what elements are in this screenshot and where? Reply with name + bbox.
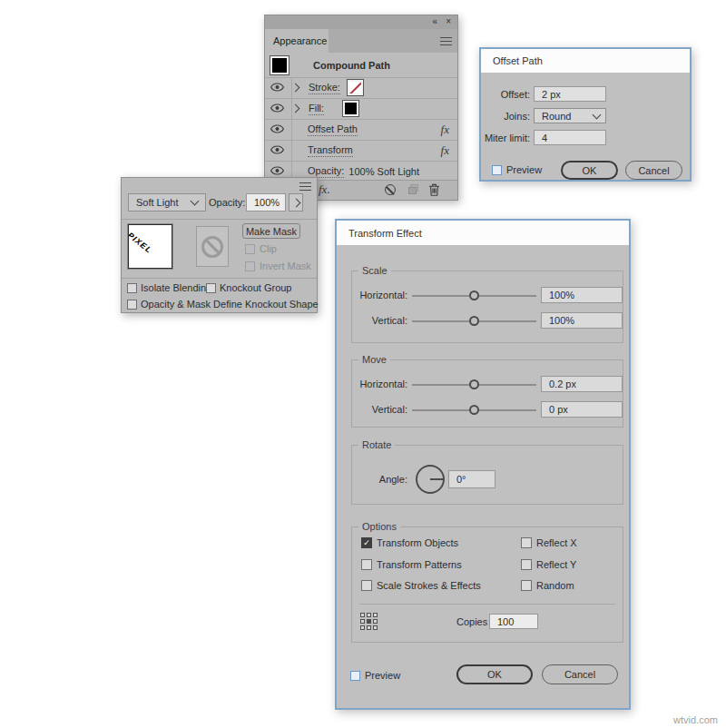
row-compound-path[interactable]: Compound Path (265, 53, 457, 78)
reflect-x-checkbox[interactable] (521, 537, 532, 548)
row-offset-path-effect[interactable]: Offset Path fx (265, 119, 457, 141)
offset-input[interactable] (534, 86, 606, 102)
scale-vertical-slider[interactable] (412, 320, 536, 322)
isolate-blending-checkbox[interactable] (127, 283, 137, 293)
visibility-eye-icon[interactable] (270, 103, 284, 114)
preview-label: Preview (365, 670, 400, 681)
slider-knob[interactable] (469, 405, 479, 415)
move-vertical-input[interactable] (541, 401, 623, 418)
options-group: Options Transform Objects Transform Patt… (351, 526, 623, 643)
scale-group-title: Scale (358, 265, 391, 276)
duplicate-item-icon[interactable] (407, 184, 419, 197)
opacity-link-label[interactable]: Opacity: (308, 165, 344, 178)
angle-dial[interactable] (416, 465, 445, 494)
clip-checkbox[interactable] (245, 244, 255, 254)
slider-knob[interactable] (469, 379, 479, 389)
ok-label: OK (487, 669, 502, 680)
close-panel-icon[interactable]: × (446, 16, 451, 26)
delete-trash-icon[interactable] (428, 183, 440, 198)
opacity-mask-knockout-label: Opacity & Mask Define Knockout Shape (141, 299, 319, 310)
preview-label: Preview (506, 164, 542, 175)
joins-dropdown[interactable]: Round (534, 108, 606, 123)
slider-knob[interactable] (469, 290, 479, 300)
scale-horizontal-input[interactable] (541, 287, 623, 303)
stroke-none-swatch[interactable] (348, 80, 363, 95)
cancel-label: Cancel (638, 165, 669, 176)
opacity-input[interactable] (246, 193, 286, 212)
slider-knob[interactable] (469, 316, 479, 326)
visibility-eye-icon[interactable] (270, 124, 284, 135)
visibility-eye-icon[interactable] (270, 83, 284, 93)
offset-path-titlebar[interactable]: Offset Path (481, 49, 690, 73)
expand-chevron-icon[interactable] (291, 84, 300, 93)
transform-objects-label: Transform Objects (377, 537, 458, 548)
scale-vertical-label: Vertical: (352, 315, 407, 326)
divider (359, 604, 615, 605)
knockout-group-checkbox[interactable] (206, 283, 216, 293)
offset-path-effect-label[interactable]: Offset Path (308, 123, 358, 136)
move-group: Move Horizontal: Vertical: (351, 359, 623, 428)
opacity-mask-knockout-checkbox[interactable] (127, 300, 137, 310)
transform-patterns-checkbox[interactable] (361, 559, 372, 570)
cancel-button[interactable]: Cancel (542, 664, 618, 684)
joins-label: Joins: (481, 111, 530, 122)
transform-effect-label[interactable]: Transform (308, 144, 353, 157)
object-thumbnail[interactable]: PIXEL (128, 224, 172, 269)
scale-vertical-input[interactable] (541, 312, 623, 329)
transparency-panel: Soft Light Opacity: PIXEL Make Mask Clip… (121, 177, 318, 313)
invert-mask-label: Invert Mask (260, 261, 311, 271)
visibility-eye-icon[interactable] (270, 166, 284, 177)
copies-input[interactable] (489, 614, 538, 629)
mask-thumbnail-empty[interactable] (196, 226, 229, 267)
angle-input[interactable] (448, 470, 495, 488)
fx-effect-icon[interactable]: fx (441, 143, 449, 158)
clip-label: Clip (260, 243, 277, 254)
ok-button[interactable]: OK (561, 161, 618, 180)
reflect-y-label: Reflect Y (536, 559, 576, 570)
preview-checkbox[interactable] (350, 671, 360, 681)
visibility-eye-icon[interactable] (270, 145, 284, 156)
add-new-effect-icon[interactable]: fx. (319, 182, 330, 197)
ok-button[interactable]: OK (456, 664, 533, 684)
move-horizontal-input[interactable] (541, 376, 623, 392)
transform-objects-checkbox[interactable] (361, 537, 372, 548)
move-horizontal-slider[interactable] (412, 384, 536, 386)
clear-appearance-icon[interactable] (385, 184, 396, 195)
scale-horizontal-slider[interactable] (412, 295, 536, 297)
row-fill[interactable]: Fill: (265, 98, 457, 120)
canvas: « × Appearance Compound Path (0, 0, 726, 728)
random-checkbox[interactable] (521, 580, 532, 591)
row-transform-effect[interactable]: Transform fx (265, 140, 457, 162)
tab-appearance[interactable]: Appearance (265, 29, 329, 53)
transform-effect-titlebar[interactable]: Transform Effect (337, 221, 629, 245)
expand-chevron-icon[interactable] (291, 104, 300, 113)
stroke-label[interactable]: Stroke: (309, 82, 340, 94)
watermark-text: wtvid.com (673, 714, 718, 725)
panel-menu-icon[interactable] (299, 182, 311, 191)
reflect-y-checkbox[interactable] (521, 559, 532, 570)
preview-checkbox[interactable] (492, 165, 502, 175)
options-group-title: Options (358, 521, 400, 532)
panel-menu-icon[interactable] (440, 37, 452, 45)
collapse-panel-icon[interactable]: « (432, 16, 437, 26)
blend-mode-dropdown[interactable]: Soft Light (128, 193, 206, 212)
scale-strokes-effects-checkbox[interactable] (361, 580, 372, 591)
row-stroke[interactable]: Stroke: (265, 77, 457, 99)
opacity-stepper-button[interactable] (289, 193, 303, 212)
make-mask-button[interactable]: Make Mask (242, 223, 300, 239)
fx-effect-icon[interactable]: fx (441, 123, 449, 137)
divider (122, 219, 317, 220)
tab-appearance-label: Appearance (273, 35, 327, 46)
compound-path-swatch[interactable] (270, 56, 289, 74)
reference-point-locator[interactable] (360, 613, 378, 630)
fill-label[interactable]: Fill: (309, 103, 324, 115)
miter-limit-input[interactable] (534, 130, 606, 145)
move-vertical-slider[interactable] (412, 409, 536, 411)
ok-label: OK (583, 165, 597, 176)
invert-mask-checkbox[interactable] (245, 261, 255, 271)
divider (122, 278, 317, 279)
rotate-group-title: Rotate (358, 439, 395, 450)
appearance-tab-bar: Appearance (265, 29, 457, 53)
fill-swatch[interactable] (343, 101, 358, 116)
cancel-button[interactable]: Cancel (625, 161, 682, 180)
